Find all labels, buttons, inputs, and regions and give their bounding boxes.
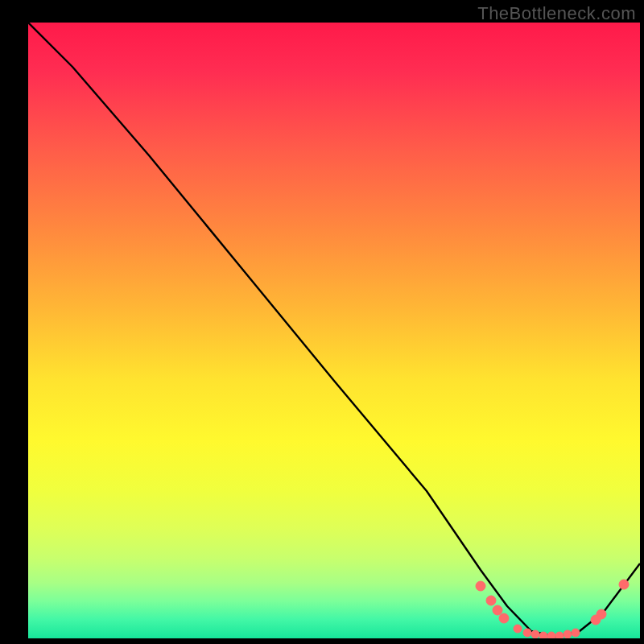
watermark-text: TheBottleneck.com xyxy=(477,3,636,24)
bottleneck-curve xyxy=(28,23,640,637)
marker-dot xyxy=(499,613,509,623)
marker-dot xyxy=(597,609,606,619)
marker-dot xyxy=(531,630,539,638)
marker-dot xyxy=(523,629,531,637)
marker-dot xyxy=(547,632,555,638)
plot-area xyxy=(28,23,640,638)
marker-dot xyxy=(493,605,502,615)
marker-dot xyxy=(555,632,564,638)
marker-dot xyxy=(539,632,547,638)
marker-dot xyxy=(619,580,629,589)
marker-dot xyxy=(514,625,522,633)
marker-dot xyxy=(476,581,485,591)
curve-layer xyxy=(28,23,640,638)
marker-dot xyxy=(486,596,496,605)
marker-dot xyxy=(564,630,572,638)
chart-frame: TheBottleneck.com xyxy=(0,0,644,644)
marker-dot xyxy=(572,629,580,637)
